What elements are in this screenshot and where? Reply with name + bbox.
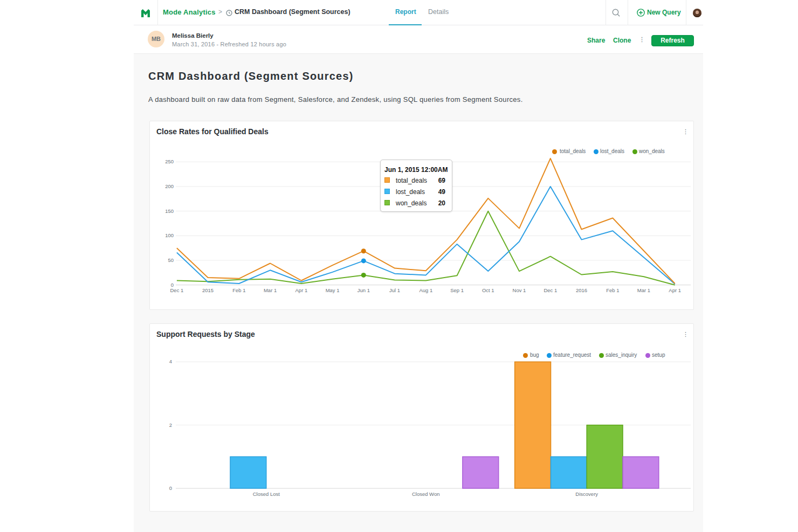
svg-text:2015: 2015 [202, 287, 214, 293]
svg-text:250: 250 [165, 158, 174, 164]
svg-text:Nov 1: Nov 1 [513, 287, 526, 293]
svg-text:Mar 1: Mar 1 [264, 287, 277, 293]
svg-text:2: 2 [169, 422, 172, 428]
svg-text:50: 50 [168, 257, 174, 263]
svg-text:Apr 1: Apr 1 [295, 287, 308, 293]
svg-text:Dec 1: Dec 1 [170, 287, 183, 293]
svg-text:4: 4 [169, 358, 172, 364]
svg-text:Discovery: Discovery [575, 491, 598, 497]
svg-text:Sep 1: Sep 1 [450, 287, 464, 293]
svg-text:Feb 1: Feb 1 [606, 287, 619, 293]
svg-text:Mar 1: Mar 1 [637, 287, 650, 293]
svg-text:0: 0 [169, 485, 172, 491]
svg-text:Aug 1: Aug 1 [419, 287, 432, 293]
svg-text:Dec 1: Dec 1 [544, 287, 557, 293]
svg-text:Closed Lost: Closed Lost [253, 491, 280, 497]
svg-text:Oct 1: Oct 1 [482, 287, 494, 293]
svg-text:100: 100 [165, 232, 174, 238]
svg-text:200: 200 [165, 183, 174, 189]
svg-text:Jun 1: Jun 1 [357, 287, 370, 293]
svg-text:150: 150 [165, 208, 174, 214]
svg-text:Feb 1: Feb 1 [232, 287, 245, 293]
svg-text:2016: 2016 [576, 287, 587, 293]
svg-text:May 1: May 1 [326, 287, 340, 293]
svg-text:Closed Won: Closed Won [412, 491, 440, 497]
svg-text:Apr 1: Apr 1 [669, 287, 681, 293]
svg-text:Jul 1: Jul 1 [389, 287, 400, 293]
